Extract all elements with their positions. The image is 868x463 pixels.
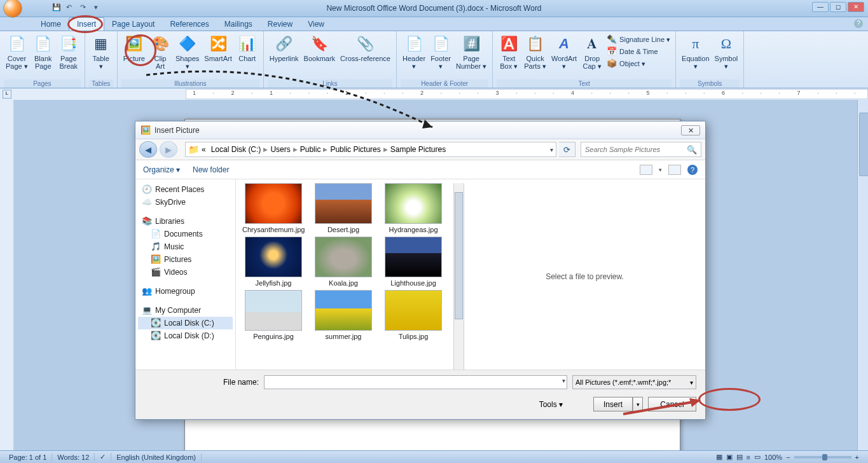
status-language[interactable]: English (United Kingdom): [111, 453, 202, 461]
table-button[interactable]: ▦Table▾: [89, 32, 113, 79]
status-words[interactable]: Words: 12: [52, 453, 95, 461]
zoom-out-button[interactable]: −: [786, 453, 790, 461]
file-item[interactable]: Penguins.jpg: [242, 290, 305, 341]
search-icon[interactable]: 🔍: [687, 145, 697, 155]
close-button[interactable]: ✕: [848, 2, 864, 12]
zoom-level[interactable]: 100%: [764, 453, 782, 461]
header-button[interactable]: 📄Header▾: [401, 32, 427, 79]
redo-icon[interactable]: ↷: [80, 3, 90, 13]
cancel-button[interactable]: Cancel: [648, 397, 696, 411]
clip-art-button[interactable]: 🎨ClipArt: [148, 32, 172, 79]
date-time-button[interactable]: 📅Date & Time: [605, 46, 672, 57]
undo-icon[interactable]: ↶: [66, 3, 76, 13]
dialog-title-bar[interactable]: 🖼️ Insert Picture ✕: [135, 121, 705, 139]
dialog-close-button[interactable]: ✕: [681, 125, 700, 135]
file-item[interactable]: Tulips.jpg: [382, 290, 444, 341]
drop-cap-button[interactable]: 𝐀DropCap ▾: [580, 32, 604, 79]
object-button[interactable]: 📦Object ▾: [605, 58, 672, 69]
footer-button[interactable]: 📄Footer▾: [429, 32, 453, 79]
path-segment[interactable]: Users: [268, 145, 293, 154]
refresh-button[interactable]: ⟳: [559, 142, 575, 157]
path-segment[interactable]: Sample Pictures: [388, 145, 448, 154]
file-type-filter[interactable]: All Pictures (*.emf;*.wmf;*.jpg;*▾: [572, 375, 696, 389]
smartart-button[interactable]: 🔀SmartArt: [202, 32, 233, 79]
file-list-scrollbar[interactable]: [453, 183, 464, 370]
chart-button[interactable]: 📊Chart: [235, 32, 259, 79]
vertical-ruler[interactable]: [0, 100, 14, 450]
insert-button[interactable]: Insert: [593, 397, 633, 411]
save-icon[interactable]: 💾: [52, 3, 62, 13]
dialog-help-icon[interactable]: ?: [687, 165, 698, 175]
view-draft-icon[interactable]: ▭: [754, 453, 761, 461]
insert-dropdown[interactable]: ▾: [633, 397, 643, 411]
tab-page-layout[interactable]: Page Layout: [104, 18, 162, 31]
equation-button[interactable]: πEquation▾: [680, 32, 711, 79]
symbol-button[interactable]: ΩSymbol▾: [713, 32, 740, 79]
help-icon[interactable]: ?: [854, 19, 863, 28]
shapes-button[interactable]: 🔷Shapes▾: [174, 32, 201, 79]
tab-references[interactable]: References: [162, 18, 216, 31]
tree-skydrive[interactable]: ☁️SkyDrive: [138, 196, 233, 209]
tab-mailings[interactable]: Mailings: [217, 18, 260, 31]
tree-homegroup[interactable]: 👥Homegroup: [138, 285, 233, 298]
tab-home[interactable]: Home: [33, 18, 69, 31]
tree-libraries[interactable]: 📚Libraries: [138, 215, 233, 228]
tree-computer[interactable]: 💻My Computer: [138, 304, 233, 317]
view-outline-icon[interactable]: ≡: [747, 453, 750, 461]
signature-line-button[interactable]: ✒️Signature Line ▾: [605, 34, 672, 45]
tree-recent-places[interactable]: 🕘Recent Places: [138, 183, 233, 196]
tab-insert[interactable]: Insert: [69, 17, 104, 31]
status-proofing[interactable]: ✓: [95, 453, 111, 461]
office-button[interactable]: [0, 0, 25, 17]
file-item[interactable]: Desert.jpg: [312, 183, 375, 234]
hyperlink-button[interactable]: 🔗Hyperlink: [268, 32, 301, 79]
view-mode-button[interactable]: [640, 165, 652, 175]
file-item[interactable]: Hydrangeas.jpg: [382, 183, 444, 234]
page-number-button[interactable]: #️⃣PageNumber ▾: [454, 32, 488, 79]
page-break-button[interactable]: 📑PageBreak: [57, 32, 81, 79]
preview-pane-button[interactable]: [668, 165, 681, 175]
cross-reference-button[interactable]: 📎Cross-reference: [338, 32, 392, 79]
ruler-scale[interactable]: 1 · 2 · 1 · · · 1 · · · 2 · · · 3 · · · …: [186, 89, 868, 99]
new-folder-button[interactable]: New folder: [193, 165, 229, 174]
path-segment[interactable]: Public Pictures: [327, 145, 383, 154]
tree-pictures[interactable]: 🖼️Pictures: [138, 253, 233, 266]
file-item[interactable]: summer.jpg: [312, 290, 375, 341]
file-name-input[interactable]: ▾: [264, 375, 567, 389]
tab-review[interactable]: Review: [260, 18, 300, 31]
tree-drive-d[interactable]: 💽Local Disk (D:): [138, 329, 233, 342]
blank-page-button[interactable]: 📄BlankPage: [31, 32, 55, 79]
cover-page-button[interactable]: 📄CoverPage ▾: [4, 32, 30, 79]
bookmark-button[interactable]: 🔖Bookmark: [302, 32, 338, 79]
path-segment[interactable]: Public: [298, 145, 324, 154]
breadcrumb-path[interactable]: 📁 « Local Disk (C:)▶ Users▶ Public▶ Publ…: [185, 142, 556, 157]
tab-selector[interactable]: L: [3, 90, 11, 99]
tree-videos[interactable]: 🎬Videos: [138, 266, 233, 279]
minimize-button[interactable]: —: [812, 2, 829, 12]
zoom-slider[interactable]: [794, 456, 851, 459]
view-print-layout-icon[interactable]: ▦: [716, 453, 722, 461]
vertical-scrollbar[interactable]: [857, 100, 868, 450]
view-web-icon[interactable]: ▤: [736, 453, 743, 461]
text-box-button[interactable]: 🅰️TextBox ▾: [497, 32, 521, 79]
tools-button[interactable]: Tools ▾: [539, 400, 563, 409]
file-item[interactable]: Jellyfish.jpg: [242, 237, 305, 287]
picture-button[interactable]: 🖼️Picture: [121, 32, 147, 79]
zoom-in-button[interactable]: +: [855, 453, 859, 461]
organize-button[interactable]: Organize ▾: [143, 165, 180, 174]
tree-drive-c[interactable]: 💽Local Disk (C:): [138, 317, 233, 329]
nav-forward-button[interactable]: ▶: [160, 141, 177, 158]
nav-back-button[interactable]: ◀: [139, 141, 157, 158]
maximize-button[interactable]: ◻: [830, 2, 846, 12]
search-box[interactable]: 🔍: [581, 142, 701, 157]
file-item[interactable]: Chrysanthemum.jpg: [242, 183, 305, 234]
tree-documents[interactable]: 📄Documents: [138, 228, 233, 240]
search-input[interactable]: [585, 146, 687, 153]
file-item[interactable]: Koala.jpg: [312, 237, 375, 287]
quick-parts-button[interactable]: 📋QuickParts ▾: [522, 32, 548, 79]
view-full-screen-icon[interactable]: ▣: [726, 453, 733, 461]
wordart-button[interactable]: AWordArt▾: [549, 32, 579, 79]
tree-music[interactable]: 🎵Music: [138, 240, 233, 253]
qat-more-icon[interactable]: ▾: [94, 3, 104, 13]
path-segment[interactable]: Local Disk (C:): [209, 145, 264, 154]
